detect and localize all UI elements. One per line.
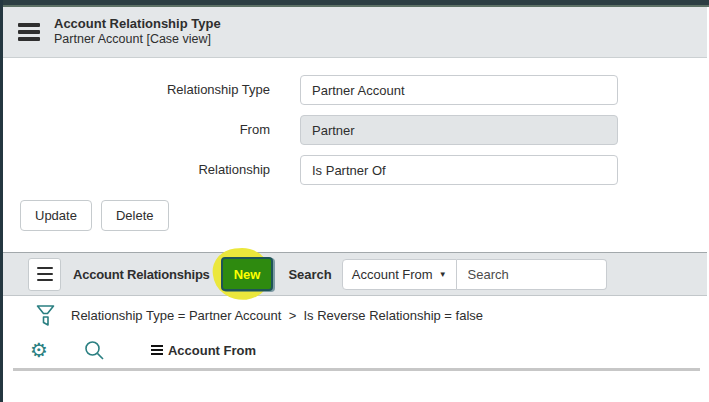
column-header-label: Account From bbox=[168, 343, 256, 358]
list-menu-button[interactable] bbox=[28, 258, 61, 291]
column-header-row: ⚙ Account From bbox=[3, 335, 707, 365]
form-row-relationship-type: Relationship Type bbox=[0, 75, 709, 105]
search-column-dropdown[interactable]: Account From ▼ bbox=[342, 259, 457, 290]
relationship-type-field[interactable] bbox=[300, 75, 618, 105]
form-row-from: From bbox=[0, 115, 709, 145]
relationship-label: Relationship bbox=[0, 155, 270, 185]
gear-icon[interactable]: ⚙ bbox=[30, 340, 48, 360]
filter-breadcrumb-row: Relationship Type = Partner Account > Is… bbox=[3, 296, 707, 335]
app-screen: Account Relationship Type Partner Accoun… bbox=[0, 0, 709, 402]
search-label: Search bbox=[288, 267, 331, 282]
new-button[interactable]: New bbox=[221, 257, 274, 291]
filter-breadcrumb[interactable]: Relationship Type = Partner Account > Is… bbox=[71, 308, 483, 323]
page-header: Account Relationship Type Partner Accoun… bbox=[3, 7, 707, 58]
search-group: Account From ▼ bbox=[342, 259, 607, 290]
form-row-relationship: Relationship bbox=[0, 155, 709, 185]
relationship-field[interactable] bbox=[300, 155, 618, 185]
column-menu-icon bbox=[151, 343, 163, 357]
funnel-icon[interactable] bbox=[36, 304, 55, 328]
chevron-down-icon: ▼ bbox=[439, 270, 447, 279]
hamburger-icon bbox=[37, 267, 53, 270]
related-list-title: Account Relationships bbox=[73, 267, 210, 282]
page-title: Account Relationship Type bbox=[54, 16, 221, 32]
page-subtitle: Partner Account [Case view] bbox=[54, 32, 221, 48]
browser-chrome-strip bbox=[0, 0, 709, 7]
list-bottom-divider bbox=[13, 368, 700, 371]
column-header-account-from[interactable]: Account From bbox=[151, 343, 256, 358]
search-icon[interactable] bbox=[84, 340, 105, 361]
new-button-wrap: New bbox=[221, 257, 274, 291]
list-search-input[interactable] bbox=[457, 259, 607, 290]
from-label: From bbox=[0, 115, 270, 145]
update-button[interactable]: Update bbox=[20, 200, 92, 231]
relationship-type-label: Relationship Type bbox=[0, 75, 270, 105]
menu-icon[interactable] bbox=[18, 20, 40, 45]
delete-button[interactable]: Delete bbox=[101, 200, 169, 231]
search-column-value: Account From bbox=[352, 267, 433, 282]
related-list-toolbar: Account Relationships New Search Account… bbox=[3, 252, 707, 296]
from-field bbox=[300, 115, 618, 145]
form-actions: Update Delete bbox=[20, 200, 169, 231]
page-titles: Account Relationship Type Partner Accoun… bbox=[54, 16, 221, 48]
